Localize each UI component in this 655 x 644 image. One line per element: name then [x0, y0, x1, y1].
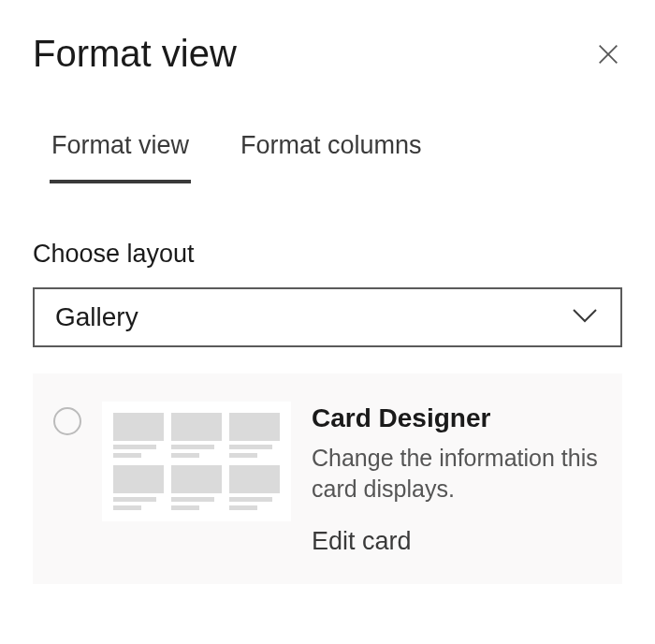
close-button[interactable]	[594, 40, 622, 68]
panel-title: Format view	[33, 33, 237, 75]
close-icon	[595, 41, 621, 67]
card-designer-title: Card Designer	[312, 403, 602, 433]
layout-section: Choose layout Gallery	[33, 240, 622, 584]
panel-header: Format view	[33, 33, 622, 75]
edit-card-link[interactable]: Edit card	[312, 527, 602, 556]
card-designer-option[interactable]: Card Designer Change the information thi…	[33, 373, 622, 584]
gallery-preview-icon	[102, 402, 291, 521]
tab-bar: Format view Format columns	[33, 131, 622, 183]
layout-dropdown-value: Gallery	[55, 302, 138, 332]
tab-format-columns[interactable]: Format columns	[240, 131, 422, 183]
layout-dropdown[interactable]: Gallery	[33, 287, 622, 347]
layout-label: Choose layout	[33, 240, 622, 269]
tab-format-view[interactable]: Format view	[51, 131, 189, 183]
chevron-down-icon	[570, 306, 600, 329]
radio-unselected[interactable]	[53, 407, 81, 435]
card-designer-description: Change the information this card display…	[312, 443, 602, 504]
card-content: Card Designer Change the information thi…	[312, 402, 602, 556]
